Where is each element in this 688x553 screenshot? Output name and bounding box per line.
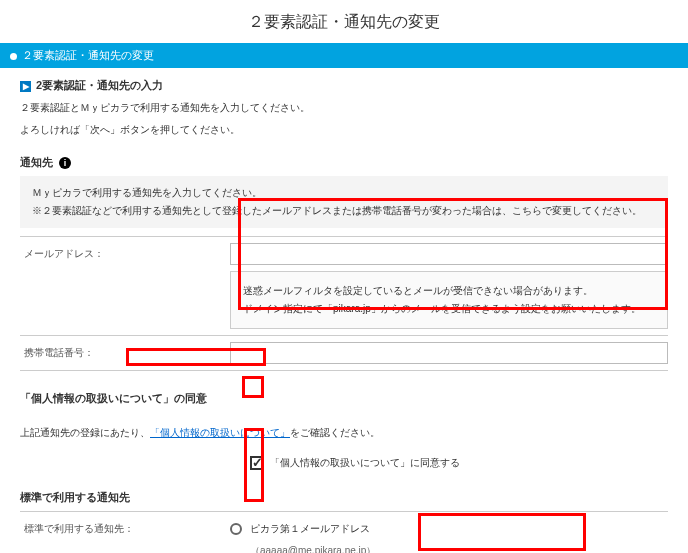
step-banner-text: ２要素認証・通知先の変更 bbox=[22, 49, 154, 61]
dot-icon bbox=[10, 53, 17, 60]
mail-input[interactable] bbox=[230, 243, 668, 265]
mail-label: メールアドレス： bbox=[20, 237, 230, 271]
privacy-link[interactable]: 「個人情報の取扱いについて」 bbox=[150, 427, 290, 438]
tab-icon: ▶ bbox=[20, 81, 31, 92]
mail-notice: 迷惑メールフィルタを設定しているとメールが受信できない場合があります。 ドメイン… bbox=[230, 271, 668, 329]
destination-note-1: Ｍｙピカラで利用する通知先を入力してください。 bbox=[32, 184, 656, 202]
privacy-header: 「個人情報の取扱いについて」の同意 bbox=[20, 381, 668, 412]
section-header: ▶2要素認証・通知先の入力 bbox=[20, 68, 668, 97]
page-title: ２要素認証・通知先の変更 bbox=[0, 0, 688, 43]
intro-text-2: よろしければ「次へ」ボタンを押してください。 bbox=[20, 119, 668, 141]
phone-label: 携帯電話番号： bbox=[20, 336, 230, 370]
default-label: 標準で利用する通知先： bbox=[20, 512, 230, 546]
info-icon[interactable]: i bbox=[59, 157, 71, 169]
mail-notice-1: 迷惑メールフィルタを設定しているとメールが受信できない場合があります。 bbox=[243, 282, 655, 300]
consent-checkbox[interactable] bbox=[250, 456, 264, 470]
intro-text-1: ２要素認証とＭｙピカラで利用する通知先を入力してください。 bbox=[20, 97, 668, 119]
consent-line: 「個人情報の取扱いについて」に同意する bbox=[20, 450, 668, 476]
default-radio-group: ピカラ第１メールアドレス （aaaaa@me.pikara.ne.jp） メール… bbox=[230, 512, 668, 553]
radio-icon bbox=[230, 523, 242, 535]
section-header-text: 2要素認証・通知先の入力 bbox=[36, 79, 163, 91]
privacy-line: 上記通知先の登録にあたり、「個人情報の取扱いについて」をご確認ください。 bbox=[20, 412, 668, 450]
mail-notice-2: ドメイン指定にて「pikara.jp」からのメールを受信できるよう設定をお願いい… bbox=[243, 300, 655, 318]
destination-header: 通知先i bbox=[20, 141, 668, 176]
radio-item-pikara-mail-sub: （aaaaa@me.pikara.ne.jp） bbox=[230, 540, 668, 553]
step-banner: ２要素認証・通知先の変更 bbox=[0, 43, 688, 68]
destination-note-2: ※２要素認証などで利用する通知先として登録したメールアドレスまたは携帯電話番号が… bbox=[32, 202, 656, 220]
default-header: 標準で利用する通知先 bbox=[20, 476, 668, 511]
consent-label: 「個人情報の取扱いについて」に同意する bbox=[270, 457, 460, 468]
radio-item-pikara-mail[interactable]: ピカラ第１メールアドレス bbox=[230, 518, 668, 540]
phone-input[interactable] bbox=[230, 342, 668, 364]
destination-note: Ｍｙピカラで利用する通知先を入力してください。 ※２要素認証などで利用する通知先… bbox=[20, 176, 668, 228]
